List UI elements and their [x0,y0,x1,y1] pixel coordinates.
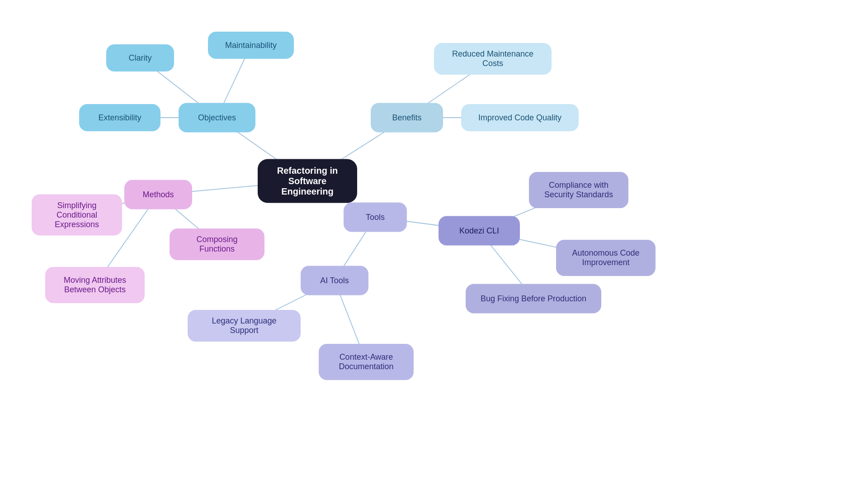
composing-node: Composing Functions [170,228,264,260]
improved-node: Improved Code Quality [461,104,579,131]
legacy-node: Legacy Language Support [188,310,301,342]
autonomous-node: Autonomous Code Improvement [556,240,656,276]
compliance-node: Compliance with Security Standards [529,172,628,208]
context-node: Context-Aware Documentation [319,344,414,380]
maintainability-node: Maintainability [208,32,294,59]
reduced-node: Reduced Maintenance Costs [434,43,552,75]
simplifying-node: Simplifying Conditional Expressions [32,195,122,236]
kodezi-node: Kodezi CLI [439,216,520,246]
objectives-node: Objectives [179,103,255,133]
methods-node: Methods [124,180,192,209]
bugfixing-node: Bug Fixing Before Production [466,284,601,314]
center-node: Refactoring in Software Engineering [258,159,357,203]
aitools-node: AI Tools [301,266,368,295]
clarity-node: Clarity [106,44,174,71]
moving-node: Moving Attributes Between Objects [45,267,145,303]
benefits-node: Benefits [371,103,443,133]
tools-node: Tools [344,203,407,232]
extensibility-node: Extensibility [79,104,160,131]
